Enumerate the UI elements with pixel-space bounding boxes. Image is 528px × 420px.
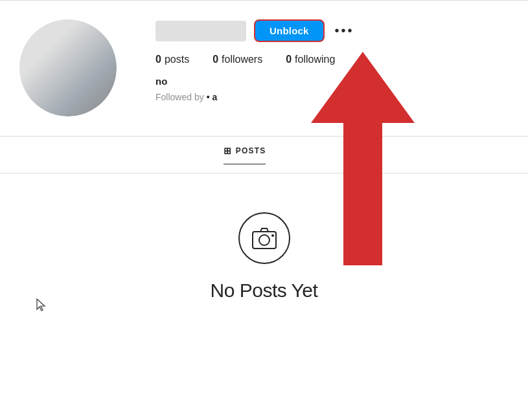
svg-rect-0 xyxy=(253,232,276,249)
following-label: following xyxy=(295,54,335,65)
display-name: no xyxy=(155,76,502,87)
following-stat[interactable]: 0 following xyxy=(286,54,335,65)
unblock-button[interactable]: Unblock xyxy=(254,19,325,42)
followers-count: 0 xyxy=(212,54,218,65)
profile-section: Unblock ••• 0 posts 0 followers 0 follow… xyxy=(0,0,528,129)
page-container: Unblock ••• 0 posts 0 followers 0 follow… xyxy=(0,0,528,420)
followers-stat[interactable]: 0 followers xyxy=(212,54,262,65)
svg-point-1 xyxy=(259,235,270,245)
tab-posts-label: POSTS xyxy=(236,146,266,155)
followed-by-label: Followed by xyxy=(155,92,204,102)
posts-count: 0 xyxy=(155,54,161,65)
followers-label: followers xyxy=(222,54,262,65)
no-posts-label: No Posts Yet xyxy=(211,280,318,302)
tab-posts[interactable]: ⊞ POSTS xyxy=(224,146,266,164)
camera-icon xyxy=(251,227,277,250)
followed-by-row: Followed by • a xyxy=(155,92,502,102)
following-count: 0 xyxy=(286,54,292,65)
posts-label: posts xyxy=(165,54,189,65)
grid-icon: ⊞ xyxy=(224,146,232,156)
more-options-button[interactable]: ••• xyxy=(332,23,357,38)
avatar-image xyxy=(19,19,117,116)
avatar xyxy=(19,19,117,116)
stats-row: 0 posts 0 followers 0 following xyxy=(155,54,502,65)
profile-info: Unblock ••• 0 posts 0 followers 0 follow… xyxy=(155,19,502,116)
username-placeholder xyxy=(155,21,246,41)
camera-icon-wrapper xyxy=(238,212,290,264)
tabs-row: ⊞ POSTS xyxy=(0,137,528,173)
profile-top-row: Unblock ••• xyxy=(155,19,502,42)
posts-stat: 0 posts xyxy=(155,54,189,65)
content-area: No Posts Yet xyxy=(0,173,528,327)
followed-by-names: • a xyxy=(207,92,218,102)
svg-point-2 xyxy=(271,234,274,237)
